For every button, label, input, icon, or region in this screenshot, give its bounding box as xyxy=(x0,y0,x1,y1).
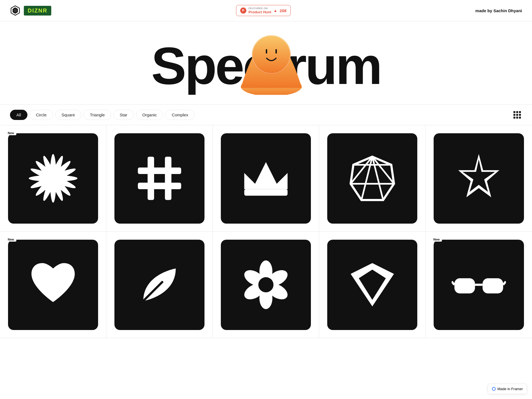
logo-wordmark: DIZNR xyxy=(24,6,51,16)
header-left: DIZNR xyxy=(10,5,51,16)
svg-rect-17 xyxy=(165,157,171,200)
svg-rect-16 xyxy=(148,157,154,200)
logo-inner-5 xyxy=(434,133,524,224)
grid-dot xyxy=(513,111,515,113)
logo-cell-9[interactable] xyxy=(319,232,426,338)
starburst-icon xyxy=(26,151,80,205)
svg-line-41 xyxy=(452,282,454,285)
new-badge-6: New xyxy=(6,237,16,242)
grid-toggle[interactable] xyxy=(512,110,522,120)
filter-triangle[interactable]: Triangle xyxy=(83,110,111,120)
logo-cell-10[interactable]: New xyxy=(426,232,532,338)
logo-cell-4[interactable] xyxy=(319,125,426,232)
logo-inner-4 xyxy=(327,133,418,224)
grid-dot xyxy=(513,114,515,116)
logo-cell-6[interactable]: New xyxy=(0,232,106,338)
svg-rect-39 xyxy=(483,278,503,293)
svg-point-37 xyxy=(258,277,273,293)
filter-organic[interactable]: Organic xyxy=(136,110,163,120)
filter-bar: All Circle Square Triangle Star Organic … xyxy=(0,104,532,125)
svg-rect-18 xyxy=(138,168,181,174)
new-badge-10: New xyxy=(431,237,442,242)
svg-rect-7 xyxy=(275,49,277,54)
crown-icon xyxy=(239,151,293,205)
floral-icon xyxy=(239,258,293,312)
logo-cell-1[interactable]: New xyxy=(0,125,106,232)
svg-rect-19 xyxy=(138,183,181,189)
filter-buttons: All Circle Square Triangle Star Organic … xyxy=(10,110,195,120)
product-hunt-text: FEATURED ON Product Hunt xyxy=(249,7,271,14)
leaf-icon xyxy=(132,258,186,312)
diznr-hex-icon xyxy=(10,5,21,16)
hero-section: Spectrum xyxy=(0,21,532,104)
logo-cell-5[interactable] xyxy=(426,125,532,232)
filter-circle[interactable]: Circle xyxy=(30,110,53,120)
logo-inner-8 xyxy=(221,240,311,330)
hashtag-icon xyxy=(132,151,186,205)
header: DIZNR P FEATURED ON Product Hunt ▲ 208 m… xyxy=(0,0,532,21)
grid-dot xyxy=(519,114,521,116)
ph-featured-label: FEATURED ON xyxy=(249,7,271,10)
svg-line-42 xyxy=(503,282,506,285)
svg-marker-21 xyxy=(351,157,394,200)
logo-inner-1 xyxy=(8,133,98,224)
new-badge-1: New xyxy=(6,131,16,135)
grid-dot xyxy=(516,114,518,116)
product-hunt-badge[interactable]: P FEATURED ON Product Hunt ▲ 208 xyxy=(236,5,291,16)
glasses-icon xyxy=(452,258,506,312)
shield-icon xyxy=(345,258,399,312)
svg-point-4 xyxy=(252,35,291,74)
logo-cell-7[interactable] xyxy=(106,232,213,338)
svg-rect-6 xyxy=(266,49,267,54)
svg-rect-38 xyxy=(454,278,475,293)
grid-dot xyxy=(516,111,518,113)
svg-rect-20 xyxy=(244,189,287,196)
logo-cell-8[interactable] xyxy=(213,232,319,338)
filter-complex[interactable]: Complex xyxy=(165,110,195,120)
ph-name: Product Hunt xyxy=(249,10,271,14)
logo-cell-2[interactable] xyxy=(106,125,213,232)
logo-inner-6 xyxy=(8,240,98,330)
filter-square[interactable]: Square xyxy=(55,110,81,120)
product-hunt-icon: P xyxy=(240,7,246,14)
logo-inner-3 xyxy=(221,133,311,224)
logo-inner-2 xyxy=(114,133,205,224)
logo-cell-3[interactable] xyxy=(213,125,319,232)
logo-inner-7 xyxy=(114,240,205,330)
ph-arrow-icon: ▲ xyxy=(273,8,277,13)
facet-icon xyxy=(345,151,399,205)
grid-dot xyxy=(519,111,521,113)
grid-dot xyxy=(513,117,515,119)
filter-star[interactable]: Star xyxy=(113,110,134,120)
spiky-star-icon xyxy=(452,151,506,205)
logo-inner-10 xyxy=(434,240,524,330)
heart-icon xyxy=(26,258,80,312)
made-by-text: made by Sachin Dhyani xyxy=(475,8,522,13)
grid-dot xyxy=(519,117,521,119)
grid-dot xyxy=(516,117,518,119)
hero-mascot xyxy=(238,29,305,95)
logo-grid: New xyxy=(0,125,532,338)
filter-all[interactable]: All xyxy=(10,110,27,120)
logo-inner-9 xyxy=(327,240,418,330)
ph-count: 208 xyxy=(280,8,287,13)
